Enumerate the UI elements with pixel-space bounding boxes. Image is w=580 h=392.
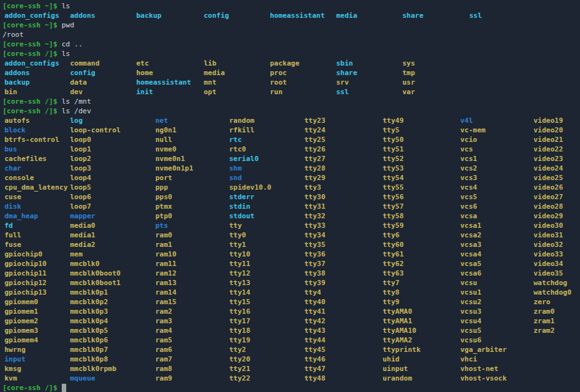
file-entry: tty49 [383, 116, 404, 125]
file-entry: ram0 [155, 230, 173, 240]
terminal-line: [core-ssh /]$ ls /dev [0, 106, 580, 116]
file-entry: tty42 [304, 316, 325, 326]
file-entry: ssl [469, 11, 482, 20]
file-entry: ng0n1 [155, 125, 176, 135]
file-entry: ttyAMA10 [383, 326, 416, 335]
file-entry: tty45 [304, 345, 325, 354]
file-entry: rtc [229, 135, 242, 144]
file-entry: vcs4 [460, 183, 477, 192]
file-entry: tty1 [229, 240, 246, 249]
file-entry: mmcblk0boot0 [70, 269, 120, 278]
file-entry: disk [4, 202, 22, 211]
file-entry: nvme0n1p1 [155, 164, 194, 173]
file-entry: tty19 [229, 335, 250, 345]
file-entry: backup [4, 78, 30, 87]
file-entry: mmcblk0p4 [70, 316, 108, 326]
file-entry: loop4 [70, 173, 91, 183]
terminal-line: [core-ssh /]$ ls [0, 49, 580, 59]
terminal-input-line[interactable]: [core-ssh /]$ [0, 383, 580, 392]
file-entry: video28 [534, 202, 563, 211]
file-entry: spidev10.0 [229, 183, 271, 192]
file-entry: tty44 [304, 335, 325, 345]
terminal-screen[interactable]: [core-ssh ~]$ lsaddon_configsaddonsbacku… [0, 0, 580, 392]
file-entry: snd [229, 173, 242, 183]
file-entry: vcsu6 [460, 335, 481, 345]
file-entry: vc-mem [460, 125, 486, 135]
file-entry: zram0 [534, 307, 555, 316]
file-entry: random [229, 116, 255, 125]
file-entry: input [4, 354, 25, 364]
file-entry: gpiochip12 [4, 278, 46, 288]
file-entry: ssl [336, 87, 349, 97]
file-entry: ram15 [155, 297, 176, 307]
file-entry: sys [402, 59, 415, 68]
file-entry: tty15 [229, 297, 250, 307]
file-entry: tty13 [229, 278, 250, 288]
file-entry: block [4, 125, 25, 135]
file-entry: vcsu [460, 278, 477, 288]
file-entry: gpiomem1 [4, 307, 38, 316]
file-entry: tty2 [229, 345, 246, 354]
file-entry: usr [402, 78, 415, 87]
file-entry: ram7 [155, 354, 173, 364]
file-entry: zram1 [534, 316, 555, 326]
file-entry: vcs [460, 144, 473, 154]
file-entry: watchdog [534, 278, 567, 288]
file-entry: vcs3 [460, 173, 477, 183]
file-entry: tty58 [383, 211, 404, 221]
file-entry: loop7 [70, 202, 91, 211]
file-entry: gpiochip13 [4, 288, 46, 297]
file-entry: net [155, 116, 168, 125]
file-entry: video24 [534, 164, 563, 173]
file-entry: serial0 [229, 154, 258, 164]
file-entry: tty [229, 221, 242, 230]
file-entry: run [270, 87, 283, 97]
typed-command: cd .. [57, 40, 83, 48]
file-entry: loop0 [70, 135, 91, 144]
file-entry: null [155, 135, 173, 144]
file-entry: gpiomem4 [4, 335, 38, 345]
file-entry: tty41 [304, 307, 325, 316]
file-entry: cuse [4, 192, 22, 202]
file-entry: tty14 [229, 288, 250, 297]
file-entry: bus [4, 144, 17, 154]
file-entry: tty39 [304, 278, 325, 288]
terminal-line: [core-ssh ~]$ pwd [0, 20, 580, 30]
file-entry: vhost-vsock [460, 374, 507, 383]
file-entry: nvme0 [155, 144, 176, 154]
file-entry: tty31 [304, 202, 325, 211]
file-entry: tty22 [229, 374, 250, 383]
file-entry: pts [155, 221, 168, 230]
file-entry: backup [136, 11, 162, 20]
file-entry: video21 [534, 135, 563, 144]
file-entry: stdin [229, 202, 250, 211]
file-entry: tty36 [304, 249, 325, 259]
file-entry: video31 [534, 230, 563, 240]
file-entry: tty20 [229, 354, 250, 364]
file-entry: vcsu5 [460, 326, 481, 335]
file-entry: tty23 [304, 116, 325, 125]
typed-command: ls [57, 50, 70, 58]
file-entry: video23 [534, 154, 563, 164]
file-entry: tty48 [304, 374, 325, 383]
file-entry: addon_configs [4, 59, 59, 68]
file-entry: vcsa2 [460, 230, 481, 240]
file-entry: ram11 [155, 259, 176, 269]
file-entry: opt [204, 87, 216, 97]
file-entry: rfkill [229, 125, 255, 135]
file-entry: ram14 [155, 288, 176, 297]
shell-prompt: [core-ssh /]$ [3, 384, 57, 392]
file-entry: etc [136, 59, 149, 68]
file-entry: tty50 [383, 135, 404, 144]
file-entry: mmcblk0boot1 [70, 278, 120, 288]
terminal-scrollback: [core-ssh ~]$ lsaddon_configsaddonsbacku… [0, 1, 580, 383]
file-entry: mapper [70, 211, 95, 221]
file-entry: init [136, 87, 153, 97]
file-entry: config [204, 11, 229, 20]
file-entry: home [136, 68, 153, 78]
file-entry: bin [4, 87, 17, 97]
typed-command: pwd [57, 21, 74, 29]
file-entry: console [4, 173, 34, 183]
ls-output: addon_configsaddonsbackupbincommandconfi… [0, 59, 580, 97]
file-entry: share [402, 11, 423, 20]
